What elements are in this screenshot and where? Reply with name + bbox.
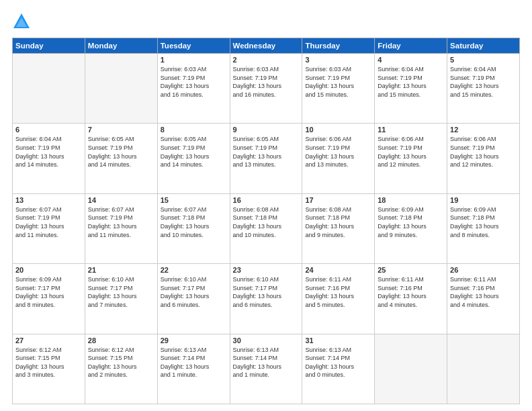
calendar-header-thursday: Thursday bbox=[302, 38, 375, 54]
day-info: Sunrise: 6:11 AM Sunset: 7:16 PM Dayligh… bbox=[450, 275, 517, 309]
day-info: Sunrise: 6:03 AM Sunset: 7:19 PM Dayligh… bbox=[233, 65, 300, 99]
calendar-cell: 24Sunrise: 6:11 AM Sunset: 7:16 PM Dayli… bbox=[302, 264, 375, 334]
calendar-cell: 18Sunrise: 6:09 AM Sunset: 7:18 PM Dayli… bbox=[375, 193, 447, 263]
calendar-cell: 8Sunrise: 6:05 AM Sunset: 7:19 PM Daylig… bbox=[157, 124, 230, 193]
day-number: 23 bbox=[233, 266, 300, 274]
day-info: Sunrise: 6:08 AM Sunset: 7:18 PM Dayligh… bbox=[233, 205, 300, 239]
day-number: 13 bbox=[15, 196, 82, 204]
calendar-cell: 9Sunrise: 6:05 AM Sunset: 7:19 PM Daylig… bbox=[230, 124, 302, 193]
day-info: Sunrise: 6:10 AM Sunset: 7:17 PM Dayligh… bbox=[161, 275, 227, 309]
day-number: 29 bbox=[161, 336, 227, 345]
calendar-cell: 7Sunrise: 6:05 AM Sunset: 7:19 PM Daylig… bbox=[85, 124, 157, 193]
calendar-week-4: 20Sunrise: 6:09 AM Sunset: 7:17 PM Dayli… bbox=[13, 264, 520, 334]
day-info: Sunrise: 6:13 AM Sunset: 7:14 PM Dayligh… bbox=[233, 346, 300, 379]
calendar-cell: 25Sunrise: 6:11 AM Sunset: 7:16 PM Dayli… bbox=[375, 264, 447, 334]
day-number: 10 bbox=[305, 126, 371, 134]
day-info: Sunrise: 6:06 AM Sunset: 7:19 PM Dayligh… bbox=[378, 135, 444, 169]
calendar-header-saturday: Saturday bbox=[447, 38, 520, 54]
day-info: Sunrise: 6:04 AM Sunset: 7:19 PM Dayligh… bbox=[15, 135, 82, 169]
day-info: Sunrise: 6:10 AM Sunset: 7:17 PM Dayligh… bbox=[233, 275, 300, 309]
page: SundayMondayTuesdayWednesdayThursdayFrid… bbox=[0, 0, 532, 411]
day-number: 18 bbox=[378, 196, 444, 204]
day-info: Sunrise: 6:05 AM Sunset: 7:19 PM Dayligh… bbox=[233, 135, 300, 169]
day-info: Sunrise: 6:11 AM Sunset: 7:16 PM Dayligh… bbox=[378, 275, 444, 309]
day-number: 15 bbox=[161, 196, 227, 204]
day-number: 28 bbox=[88, 336, 154, 345]
day-number: 31 bbox=[305, 336, 371, 345]
day-info: Sunrise: 6:07 AM Sunset: 7:18 PM Dayligh… bbox=[161, 205, 227, 239]
calendar-cell: 1Sunrise: 6:03 AM Sunset: 7:19 PM Daylig… bbox=[157, 54, 230, 124]
calendar-cell bbox=[85, 54, 157, 124]
calendar-cell: 17Sunrise: 6:08 AM Sunset: 7:18 PM Dayli… bbox=[302, 193, 375, 263]
day-info: Sunrise: 6:12 AM Sunset: 7:15 PM Dayligh… bbox=[15, 346, 82, 379]
calendar-cell: 28Sunrise: 6:12 AM Sunset: 7:15 PM Dayli… bbox=[85, 334, 157, 404]
day-info: Sunrise: 6:03 AM Sunset: 7:19 PM Dayligh… bbox=[305, 65, 371, 99]
calendar-table: SundayMondayTuesdayWednesdayThursdayFrid… bbox=[12, 38, 520, 404]
day-number: 5 bbox=[450, 56, 517, 64]
day-info: Sunrise: 6:04 AM Sunset: 7:19 PM Dayligh… bbox=[450, 65, 517, 99]
logo bbox=[12, 12, 34, 31]
day-info: Sunrise: 6:13 AM Sunset: 7:14 PM Dayligh… bbox=[161, 346, 227, 379]
calendar-cell: 2Sunrise: 6:03 AM Sunset: 7:19 PM Daylig… bbox=[230, 54, 302, 124]
calendar-cell: 31Sunrise: 6:13 AM Sunset: 7:14 PM Dayli… bbox=[302, 334, 375, 404]
day-number: 24 bbox=[305, 266, 371, 274]
calendar-cell bbox=[375, 334, 447, 404]
day-info: Sunrise: 6:05 AM Sunset: 7:19 PM Dayligh… bbox=[161, 135, 227, 169]
day-number: 22 bbox=[161, 266, 227, 274]
calendar-header-wednesday: Wednesday bbox=[230, 38, 302, 54]
day-number: 30 bbox=[233, 336, 300, 345]
day-info: Sunrise: 6:06 AM Sunset: 7:19 PM Dayligh… bbox=[450, 135, 517, 169]
day-number: 25 bbox=[378, 266, 444, 274]
calendar-cell: 27Sunrise: 6:12 AM Sunset: 7:15 PM Dayli… bbox=[13, 334, 85, 404]
day-info: Sunrise: 6:11 AM Sunset: 7:16 PM Dayligh… bbox=[305, 275, 371, 309]
day-number: 14 bbox=[88, 196, 154, 204]
calendar-cell: 14Sunrise: 6:07 AM Sunset: 7:19 PM Dayli… bbox=[85, 193, 157, 263]
header bbox=[12, 12, 520, 31]
day-info: Sunrise: 6:12 AM Sunset: 7:15 PM Dayligh… bbox=[88, 346, 154, 379]
calendar-header-friday: Friday bbox=[375, 38, 447, 54]
day-number: 20 bbox=[15, 266, 82, 274]
day-info: Sunrise: 6:03 AM Sunset: 7:19 PM Dayligh… bbox=[161, 65, 227, 99]
day-info: Sunrise: 6:05 AM Sunset: 7:19 PM Dayligh… bbox=[88, 135, 154, 169]
day-number: 1 bbox=[161, 56, 227, 64]
day-info: Sunrise: 6:09 AM Sunset: 7:17 PM Dayligh… bbox=[15, 275, 82, 309]
calendar-cell: 16Sunrise: 6:08 AM Sunset: 7:18 PM Dayli… bbox=[230, 193, 302, 263]
day-number: 4 bbox=[378, 56, 444, 64]
calendar-header-monday: Monday bbox=[85, 38, 157, 54]
day-info: Sunrise: 6:04 AM Sunset: 7:19 PM Dayligh… bbox=[378, 65, 444, 99]
day-number: 6 bbox=[15, 126, 82, 134]
day-info: Sunrise: 6:09 AM Sunset: 7:18 PM Dayligh… bbox=[450, 205, 517, 239]
calendar-cell: 20Sunrise: 6:09 AM Sunset: 7:17 PM Dayli… bbox=[13, 264, 85, 334]
calendar-cell bbox=[13, 54, 85, 124]
calendar-cell: 21Sunrise: 6:10 AM Sunset: 7:17 PM Dayli… bbox=[85, 264, 157, 334]
calendar-cell: 5Sunrise: 6:04 AM Sunset: 7:19 PM Daylig… bbox=[447, 54, 520, 124]
calendar-header-sunday: Sunday bbox=[13, 38, 85, 54]
day-number: 16 bbox=[233, 196, 300, 204]
calendar-cell: 11Sunrise: 6:06 AM Sunset: 7:19 PM Dayli… bbox=[375, 124, 447, 193]
calendar-week-5: 27Sunrise: 6:12 AM Sunset: 7:15 PM Dayli… bbox=[13, 334, 520, 404]
day-number: 19 bbox=[450, 196, 517, 204]
day-number: 17 bbox=[305, 196, 371, 204]
day-number: 26 bbox=[450, 266, 517, 274]
day-number: 8 bbox=[161, 126, 227, 134]
calendar-cell: 30Sunrise: 6:13 AM Sunset: 7:14 PM Dayli… bbox=[230, 334, 302, 404]
day-number: 21 bbox=[88, 266, 154, 274]
calendar-cell: 3Sunrise: 6:03 AM Sunset: 7:19 PM Daylig… bbox=[302, 54, 375, 124]
calendar-week-2: 6Sunrise: 6:04 AM Sunset: 7:19 PM Daylig… bbox=[13, 124, 520, 193]
day-number: 11 bbox=[378, 126, 444, 134]
calendar-cell: 10Sunrise: 6:06 AM Sunset: 7:19 PM Dayli… bbox=[302, 124, 375, 193]
calendar-cell: 19Sunrise: 6:09 AM Sunset: 7:18 PM Dayli… bbox=[447, 193, 520, 263]
calendar-week-3: 13Sunrise: 6:07 AM Sunset: 7:19 PM Dayli… bbox=[13, 193, 520, 263]
day-info: Sunrise: 6:13 AM Sunset: 7:14 PM Dayligh… bbox=[305, 346, 371, 379]
calendar-header-row: SundayMondayTuesdayWednesdayThursdayFrid… bbox=[13, 38, 520, 54]
day-info: Sunrise: 6:10 AM Sunset: 7:17 PM Dayligh… bbox=[88, 275, 154, 309]
day-number: 7 bbox=[88, 126, 154, 134]
day-number: 3 bbox=[305, 56, 371, 64]
day-info: Sunrise: 6:07 AM Sunset: 7:19 PM Dayligh… bbox=[15, 205, 82, 239]
calendar-cell bbox=[447, 334, 520, 404]
calendar-cell: 22Sunrise: 6:10 AM Sunset: 7:17 PM Dayli… bbox=[157, 264, 230, 334]
logo-icon bbox=[12, 12, 31, 31]
calendar-cell: 26Sunrise: 6:11 AM Sunset: 7:16 PM Dayli… bbox=[447, 264, 520, 334]
calendar-cell: 12Sunrise: 6:06 AM Sunset: 7:19 PM Dayli… bbox=[447, 124, 520, 193]
calendar-cell: 23Sunrise: 6:10 AM Sunset: 7:17 PM Dayli… bbox=[230, 264, 302, 334]
